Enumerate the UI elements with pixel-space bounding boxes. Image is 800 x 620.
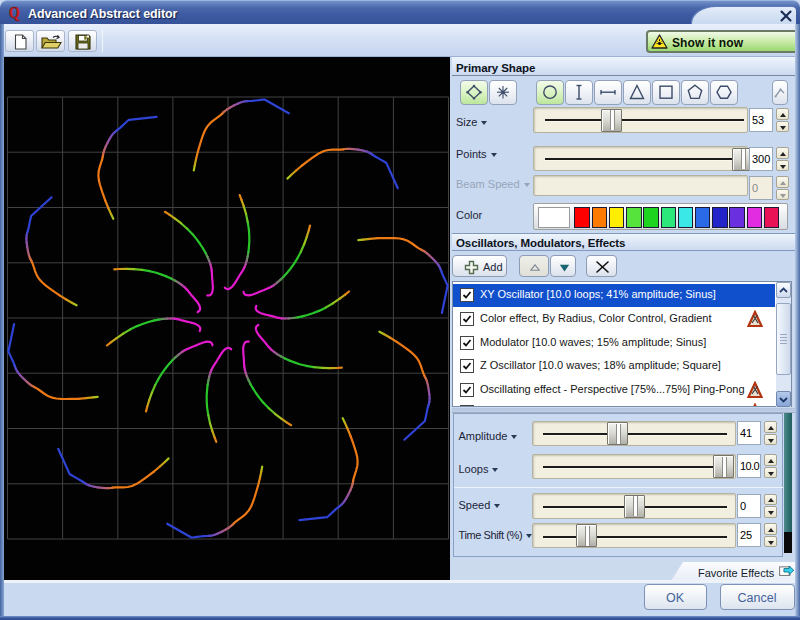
- svg-text:Q: Q: [9, 3, 20, 22]
